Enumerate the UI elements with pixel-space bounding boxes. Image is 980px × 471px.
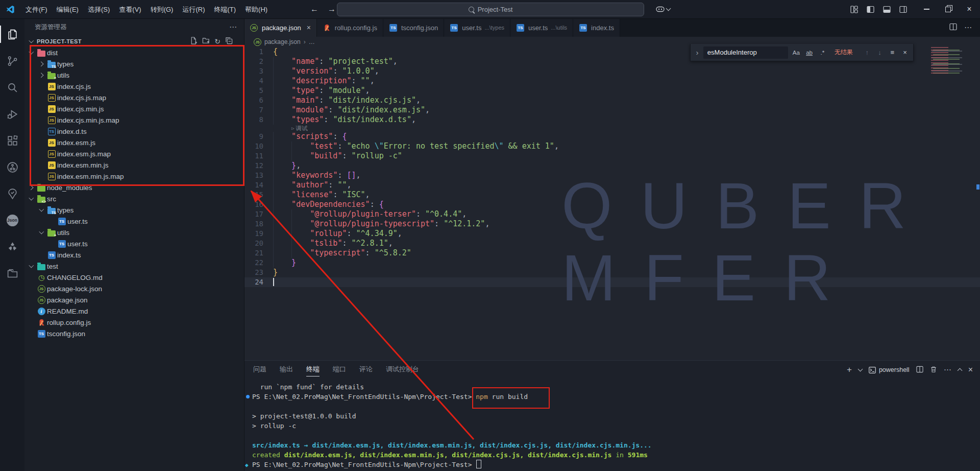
tree-item-user.ts[interactable]: TSuser.ts — [24, 238, 244, 249]
panel-tab-comments[interactable]: 评论 — [359, 363, 373, 376]
kill-terminal-icon[interactable] — [930, 366, 937, 374]
tree-item-package.json[interactable]: JSpackage.json — [24, 294, 244, 305]
breadcrumb-more[interactable]: … — [309, 38, 315, 45]
tab-user-ts-types[interactable]: TSuser.ts...\types — [444, 18, 510, 37]
tree-item-src[interactable]: <>src — [24, 193, 244, 204]
activity-source-control-icon[interactable] — [0, 49, 24, 73]
activity-search-icon[interactable] — [0, 76, 24, 99]
split-terminal-icon[interactable] — [916, 366, 923, 374]
previous-match-icon[interactable]: ↑ — [862, 48, 872, 58]
tree-item-index.esm.min.js.map[interactable]: JSindex.esm.min.js.map — [24, 171, 244, 182]
tab-tsconfig[interactable]: TStsconfig.json — [383, 18, 444, 37]
restore-button[interactable] — [937, 0, 959, 18]
maximize-panel-icon[interactable] — [957, 368, 962, 373]
split-editor-icon[interactable] — [949, 23, 957, 33]
tree-item-dist[interactable]: dist — [24, 47, 244, 58]
tab-index-ts[interactable]: TSindex.ts — [573, 18, 620, 37]
tree-item-README.md[interactable]: iREADME.md — [24, 305, 244, 317]
tree-item-index.esm.js[interactable]: JSindex.esm.js — [24, 137, 244, 148]
tree-item-test[interactable]: test — [24, 261, 244, 272]
tree-item-types[interactable]: TStypes — [24, 204, 244, 216]
tab-rollup-config[interactable]: rollup.config.js — [317, 18, 383, 37]
toggle-panel-icon[interactable] — [883, 6, 891, 13]
more-actions-icon[interactable]: ⋯ — [964, 23, 972, 32]
more-actions-icon[interactable]: ⋯ — [229, 22, 237, 32]
close-icon[interactable]: × — [307, 23, 311, 32]
refresh-icon[interactable]: ↻ — [214, 38, 220, 45]
activity-git-graph-icon[interactable] — [0, 155, 24, 179]
new-file-icon[interactable] — [190, 37, 198, 46]
activity-project-manager-icon[interactable] — [0, 262, 24, 285]
tree-item-index.ts[interactable]: TSindex.ts — [24, 249, 244, 261]
expand-replace-icon[interactable]: › — [694, 48, 701, 57]
minimize-button[interactable] — [916, 0, 937, 18]
tree-item-package-lock.json[interactable]: JSpackage-lock.json — [24, 283, 244, 294]
command-decoration-icon[interactable] — [246, 395, 250, 398]
collapse-all-icon[interactable] — [225, 37, 233, 46]
menu-go[interactable]: 转到(G) — [146, 4, 178, 15]
panel-tab-output[interactable]: 输出 — [280, 363, 293, 376]
tree-item-index.cjs.min.js.map[interactable]: JSindex.cjs.min.js.map — [24, 114, 244, 126]
tree-item-node-modules[interactable]: node_modules — [24, 182, 244, 193]
terminal[interactable]: run `npm fund` for detailsPS E:\Net_02.P… — [244, 382, 980, 469]
tree-item-index.cjs.min.js[interactable]: JSindex.cjs.min.js — [24, 103, 244, 114]
panel-tab-terminal[interactable]: 终端 — [306, 363, 320, 376]
project-section-header[interactable]: PROJECT-TEST ↻ — [24, 36, 244, 47]
activity-todo-tree-icon[interactable] — [0, 182, 24, 205]
regex-toggle[interactable]: .* — [817, 47, 828, 58]
menu-file[interactable]: 文件(F) — [21, 4, 52, 15]
forward-arrow-icon[interactable]: → — [328, 5, 336, 14]
tree-item-index.esm.min.js[interactable]: JSindex.esm.min.js — [24, 159, 244, 171]
terminal-session[interactable]: powershell — [869, 366, 910, 373]
tree-item-utils[interactable]: +utils — [24, 227, 244, 238]
copilot-menu[interactable] — [655, 0, 670, 18]
close-button[interactable]: × — [959, 0, 980, 18]
activity-json-tools-icon[interactable]: Json — [0, 208, 24, 232]
tree-item-index.esm.js.map[interactable]: JSindex.esm.js.map — [24, 148, 244, 159]
toggle-secondary-sidebar-icon[interactable] — [899, 6, 907, 13]
panel-tab-ports[interactable]: 端口 — [333, 363, 346, 376]
close-icon[interactable]: × — [900, 48, 910, 58]
menu-help[interactable]: 帮助(H) — [240, 4, 272, 15]
tree-item-CHANGELOG.md[interactable]: ◷CHANGELOG.md — [24, 272, 244, 283]
back-arrow-icon[interactable]: ← — [310, 5, 318, 14]
menu-edit[interactable]: 编辑(E) — [52, 4, 83, 15]
find-in-selection-icon[interactable]: ≡ — [887, 48, 897, 58]
activity-run-debug-icon[interactable] — [0, 102, 24, 126]
tree-item-rollup.config.js[interactable]: rollup.config.js — [24, 317, 244, 328]
code-line-17: 17"@rollup/plugin-terser": "^0.4.4", — [244, 209, 980, 219]
activity-explorer-icon[interactable] — [0, 22, 24, 46]
close-panel-icon[interactable]: × — [968, 365, 973, 374]
command-center[interactable]: Project-Test — [337, 3, 644, 16]
panel-tab-debug-console[interactable]: 调试控制台 — [386, 363, 419, 376]
tree-item-utils[interactable]: +utils — [24, 69, 244, 81]
tree-item-user.ts[interactable]: TSuser.ts — [24, 216, 244, 227]
code-editor[interactable]: 1{2"name": "project-test",3"version": "1… — [244, 47, 980, 360]
more-actions-icon[interactable]: ⋯ — [944, 365, 951, 374]
next-match-icon[interactable]: ↓ — [875, 48, 885, 58]
menu-view[interactable]: 查看(V) — [114, 4, 145, 15]
tree-item-index.d.ts[interactable]: TSindex.d.ts — [24, 126, 244, 137]
new-folder-icon[interactable] — [202, 37, 210, 46]
menu-selection[interactable]: 选择(S) — [83, 4, 114, 15]
tab-user-ts-utils[interactable]: TSuser.ts...\utils — [510, 18, 573, 37]
activity-svg-tools-icon[interactable] — [0, 235, 24, 258]
launch-profile-icon[interactable] — [857, 367, 863, 372]
customize-layout-icon[interactable] — [850, 6, 858, 13]
tab-package-json[interactable]: JSpackage.json× — [244, 18, 317, 37]
codelens-debug[interactable]: ▷调试 — [244, 125, 980, 132]
menu-run[interactable]: 运行(R) — [178, 4, 209, 15]
menu-terminal[interactable]: 终端(T) — [209, 4, 240, 15]
whole-word-toggle[interactable]: ab — [804, 47, 815, 58]
match-case-toggle[interactable]: Aa — [791, 47, 801, 58]
toggle-primary-sidebar-icon[interactable] — [867, 6, 874, 13]
tree-item-types[interactable]: TStypes — [24, 58, 244, 69]
new-terminal-icon[interactable]: + — [847, 365, 852, 375]
tree-item-index.cjs.js[interactable]: JSindex.cjs.js — [24, 81, 244, 92]
find-input[interactable]: esModuleInterop — [703, 46, 789, 59]
activity-extensions-icon[interactable] — [0, 129, 24, 152]
tree-item-tsconfig.json[interactable]: TStsconfig.json — [24, 328, 244, 339]
panel-tab-problems[interactable]: 问题 — [253, 363, 266, 376]
breadcrumb-file[interactable]: package.json — [264, 38, 301, 45]
tree-item-index.cjs.js.map[interactable]: JSindex.cjs.js.map — [24, 92, 244, 103]
